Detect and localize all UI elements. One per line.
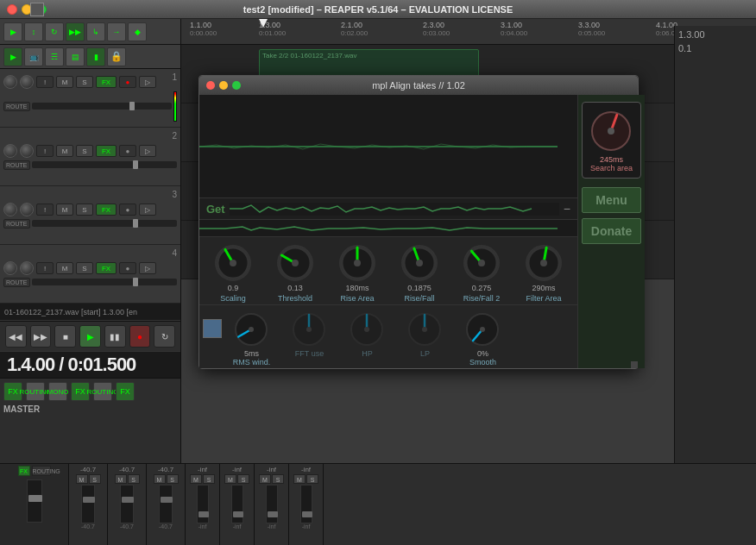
track-2-pan-knob[interactable] <box>20 144 34 158</box>
play-button[interactable]: ▶ <box>79 325 101 348</box>
get-button[interactable]: Get <box>206 203 225 216</box>
rise-fall2-knob-svg[interactable] <box>461 242 502 284</box>
plugin-minimize-btn[interactable] <box>219 81 228 90</box>
loop-button[interactable]: ↻ <box>154 325 175 348</box>
track-3-io-btn[interactable]: ▷ <box>139 204 156 216</box>
track-4-fx-btn[interactable]: FX <box>96 262 117 274</box>
toolbar-btn-3[interactable]: ↻ <box>45 22 64 41</box>
ch6-m-btn[interactable]: M <box>259 474 271 484</box>
track-3-volume-knob[interactable] <box>3 203 17 216</box>
track-3-solo-btn[interactable]: S <box>76 204 93 216</box>
resize-handle[interactable] <box>631 361 638 368</box>
search-area-knob-svg[interactable] <box>588 108 635 155</box>
track-4-arm-btn[interactable]: ! <box>36 262 54 274</box>
toolbar2-btn-2[interactable]: 📺 <box>24 47 43 66</box>
track-2-fader[interactable] <box>32 161 178 168</box>
rise-fall-knob-svg[interactable] <box>399 242 440 284</box>
toolbar2-btn-4[interactable]: ▤ <box>66 47 85 66</box>
master-mono-btn[interactable]: MONO <box>48 382 67 401</box>
ch3-fader[interactable] <box>159 485 173 523</box>
track-1-rec-btn[interactable]: ● <box>119 76 136 88</box>
ch2-m-btn[interactable]: M <box>115 474 127 484</box>
track-1-mute-btn[interactable]: M <box>56 76 73 88</box>
ch2-s-btn[interactable]: S <box>128 474 140 484</box>
master-route2-btn[interactable]: ROUTING <box>93 382 112 401</box>
master-route-btn[interactable]: ROUTING <box>26 382 45 401</box>
lp-knob-svg[interactable] <box>406 310 444 349</box>
master-strip-fx[interactable]: FX <box>18 466 30 476</box>
track-1-pan-knob[interactable] <box>20 75 34 89</box>
track-4-io-btn[interactable]: ▷ <box>139 262 156 274</box>
fast-forward-button[interactable]: ▶▶ <box>30 325 52 348</box>
menu-button[interactable]: Menu <box>582 187 641 213</box>
track-4-mute-btn[interactable]: M <box>56 262 73 274</box>
track-1-fader[interactable] <box>32 103 173 110</box>
track-4-fader[interactable] <box>32 279 178 285</box>
track-1-arm-btn[interactable]: ! <box>36 76 54 88</box>
plugin-window-controls[interactable] <box>206 81 241 90</box>
scaling-knob-svg[interactable] <box>212 242 254 284</box>
ch6-s-btn[interactable]: S <box>272 474 284 484</box>
ch7-fader[interactable] <box>300 485 312 523</box>
ch2-fader[interactable] <box>120 485 134 523</box>
toolbar2-btn-1[interactable]: ▶ <box>3 47 22 66</box>
track-4-rec-btn[interactable]: ● <box>119 262 136 274</box>
donate-button[interactable]: Donate <box>582 218 641 244</box>
toolbar-btn-5[interactable]: ↳ <box>86 22 105 41</box>
master-strip-routing[interactable]: ROUTING <box>32 466 51 476</box>
track-1-fx-btn[interactable]: FX <box>96 76 117 88</box>
track-2-volume-knob[interactable] <box>3 144 17 158</box>
filter-area-knob-svg[interactable] <box>523 242 564 284</box>
toolbar2-btn-3[interactable]: ☴ <box>45 47 64 66</box>
toolbar-btn-6[interactable]: → <box>107 22 126 41</box>
toolbar2-btn-5[interactable]: ▮ <box>86 47 105 66</box>
ch4-m-btn[interactable]: M <box>190 474 202 484</box>
track-1-volume-knob[interactable] <box>3 75 17 89</box>
ch4-s-btn[interactable]: S <box>203 474 215 484</box>
track-3-route-btn[interactable]: ROUTE <box>3 219 30 229</box>
ch7-s-btn[interactable]: S <box>306 474 318 484</box>
track-4-volume-knob[interactable] <box>3 261 17 275</box>
track-3-fader[interactable] <box>32 220 178 227</box>
track-3-arm-btn[interactable]: ! <box>36 204 54 216</box>
lock-icon[interactable]: 🔒 <box>107 47 126 66</box>
ch1-m-btn[interactable]: M <box>76 474 88 484</box>
rms-wind-knob-svg[interactable] <box>232 310 271 349</box>
stop-button[interactable]: ■ <box>54 325 76 348</box>
ch3-m-btn[interactable]: M <box>154 474 166 484</box>
record-button[interactable]: ● <box>129 325 151 348</box>
threshold-knob-svg[interactable] <box>274 242 316 284</box>
track-2-route-btn[interactable]: ROUTE <box>3 160 30 170</box>
plugin-titlebar[interactable]: mpl Align takes // 1.02 <box>199 76 638 95</box>
rewind-button[interactable]: ◀◀ <box>5 325 27 348</box>
smooth-knob-svg[interactable] <box>463 310 502 349</box>
ch3-s-btn[interactable]: S <box>167 474 179 484</box>
track-2-arm-btn[interactable]: ! <box>36 145 54 157</box>
color-box[interactable] <box>203 319 222 338</box>
minus-button[interactable]: − <box>564 202 570 216</box>
ch1-s-btn[interactable]: S <box>89 474 101 484</box>
toolbar-btn-4[interactable]: ▶▶ <box>66 22 85 41</box>
track-2-fx-btn[interactable]: FX <box>96 145 117 157</box>
track-3-fx-btn[interactable]: FX <box>96 204 117 216</box>
track-4-solo-btn[interactable]: S <box>76 262 93 274</box>
track-2-solo-btn[interactable]: S <box>76 145 93 157</box>
track-3-pan-knob[interactable] <box>20 203 34 216</box>
track-4-route-btn[interactable]: ROUTE <box>3 278 30 287</box>
track-2-rec-btn[interactable]: ● <box>119 145 136 157</box>
ch5-s-btn[interactable]: S <box>237 474 249 484</box>
ch5-fader[interactable] <box>231 485 243 523</box>
track-4-pan-knob[interactable] <box>20 261 34 275</box>
ch1-fader[interactable] <box>81 485 95 523</box>
ch4-fader[interactable] <box>197 485 209 523</box>
master-extra-btn[interactable]: FX <box>116 382 135 401</box>
toolbar-btn-2[interactable]: ↕ <box>24 22 43 41</box>
ch6-fader[interactable] <box>266 485 278 523</box>
pause-button[interactable]: ▮▮ <box>104 325 126 348</box>
track-3-mute-btn[interactable]: M <box>56 204 73 216</box>
track-1-route-btn[interactable]: ROUTE <box>3 102 30 111</box>
track-3-rec-btn[interactable]: ● <box>119 204 136 216</box>
track-2-io-btn[interactable]: ▷ <box>139 145 156 157</box>
close-button[interactable] <box>7 4 17 15</box>
track-1-solo-btn[interactable]: S <box>76 76 93 88</box>
